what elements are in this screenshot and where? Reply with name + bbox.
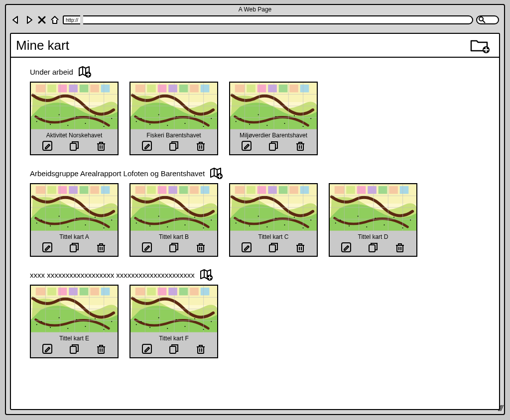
resize-grip-icon[interactable]: ///: [499, 404, 502, 413]
copy-button[interactable]: [168, 140, 179, 151]
stop-button[interactable]: [37, 15, 47, 25]
window-title: A Web Page: [6, 5, 504, 14]
back-button[interactable]: [11, 15, 21, 25]
card-actions: [31, 241, 118, 256]
section-title: xxxx xxxxxxxxxxxxxxxxxx xxxxxxxxxxxxxxxx…: [30, 271, 195, 279]
map-card-title: Tittel kart E: [31, 333, 118, 342]
copy-button[interactable]: [368, 242, 379, 253]
svg-point-24: [479, 17, 483, 21]
map-card-title: Tittel kart C: [230, 232, 317, 241]
map-card-title: Tittel kart D: [330, 232, 416, 241]
edit-button[interactable]: [241, 242, 252, 253]
content-area: Under arbeid Aktivitet Norskehavet Fiske…: [11, 58, 499, 375]
card-row: Aktivitet Norskehavet Fiskeri Barentshav…: [30, 82, 494, 155]
edit-button[interactable]: [341, 242, 352, 253]
card-actions: [230, 139, 317, 154]
map-thumbnail[interactable]: [130, 286, 217, 333]
map-card-title: Miljøverdier Barentshavet: [230, 130, 317, 139]
edit-button[interactable]: [42, 343, 53, 354]
section-header: Under arbeid: [30, 66, 494, 78]
map-thumbnail[interactable]: [31, 83, 118, 130]
search-button[interactable]: [476, 15, 499, 24]
browser-toolbar: http://: [6, 14, 504, 28]
map-card[interactable]: Tittel kart E: [30, 285, 119, 358]
delete-button[interactable]: [394, 242, 405, 253]
url-scheme-label: http://: [63, 15, 80, 24]
copy-button[interactable]: [268, 242, 279, 253]
delete-button[interactable]: [96, 343, 107, 354]
map-thumbnail[interactable]: [330, 184, 416, 232]
add-map-button[interactable]: [210, 167, 223, 179]
map-card-title: Tittel kart F: [130, 333, 217, 342]
card-actions: [31, 342, 118, 357]
map-card[interactable]: Tittel kart B: [129, 183, 218, 257]
card-actions: [130, 241, 217, 256]
map-card-title: Aktivitet Norskehavet: [31, 130, 118, 139]
add-map-button[interactable]: [78, 66, 91, 78]
copy-button[interactable]: [268, 140, 279, 151]
delete-button[interactable]: [195, 343, 206, 354]
new-folder-button[interactable]: [469, 37, 491, 54]
section-header: Arbeidsgruppe Arealrapport Lofoten og Ba…: [30, 167, 494, 179]
delete-button[interactable]: [96, 242, 107, 253]
map-card-title: Tittel kart B: [130, 232, 217, 241]
card-row: Tittel kart E Tittel kart F: [30, 285, 494, 358]
forward-button[interactable]: [24, 15, 34, 25]
card-actions: [31, 139, 118, 154]
map-thumbnail[interactable]: [31, 184, 118, 232]
map-thumbnail[interactable]: [31, 286, 118, 333]
map-thumbnail[interactable]: [130, 184, 217, 232]
home-button[interactable]: [50, 15, 60, 25]
map-card[interactable]: Tittel kart F: [129, 285, 218, 358]
map-card[interactable]: Fiskeri Barentshavet: [129, 82, 218, 155]
delete-button[interactable]: [96, 140, 107, 151]
map-card[interactable]: Miljøverdier Barentshavet: [229, 82, 318, 155]
copy-button[interactable]: [69, 343, 80, 354]
edit-button[interactable]: [241, 140, 252, 151]
map-thumbnail[interactable]: [230, 83, 317, 130]
delete-button[interactable]: [195, 140, 206, 151]
edit-button[interactable]: [141, 140, 152, 151]
card-actions: [130, 139, 217, 154]
map-card[interactable]: Aktivitet Norskehavet: [30, 82, 119, 155]
map-card[interactable]: Tittel kart A: [30, 183, 119, 257]
page-title: Mine kart: [16, 38, 69, 53]
map-card-title: Tittel kart A: [31, 232, 118, 241]
map-thumbnail[interactable]: [130, 83, 217, 130]
copy-button[interactable]: [168, 242, 179, 253]
delete-button[interactable]: [295, 140, 306, 151]
map-card-title: Fiskeri Barentshavet: [130, 130, 217, 139]
map-thumbnail[interactable]: [230, 184, 317, 232]
edit-button[interactable]: [141, 343, 152, 354]
page-viewport: Mine kart Under arbeid Aktivitet Norskeh…: [10, 33, 500, 410]
browser-frame: A Web Page http:// Mine kart Under arbei…: [5, 4, 505, 415]
card-actions: [230, 241, 317, 256]
page-header: Mine kart: [11, 34, 499, 58]
delete-button[interactable]: [195, 242, 206, 253]
section-title: Arbeidsgruppe Arealrapport Lofoten og Ba…: [30, 169, 205, 178]
edit-button[interactable]: [42, 140, 53, 151]
map-card[interactable]: Tittel kart D: [329, 183, 417, 257]
copy-button[interactable]: [69, 242, 80, 253]
add-map-button[interactable]: [200, 269, 213, 281]
copy-button[interactable]: [69, 140, 80, 151]
card-actions: [330, 241, 416, 256]
copy-button[interactable]: [168, 343, 179, 354]
map-card[interactable]: Tittel kart C: [229, 183, 318, 257]
edit-button[interactable]: [42, 242, 53, 253]
section-header: xxxx xxxxxxxxxxxxxxxxxx xxxxxxxxxxxxxxxx…: [30, 269, 494, 281]
url-input[interactable]: [83, 15, 473, 24]
card-row: Tittel kart A Tittel kart B Tittel kart …: [30, 183, 494, 257]
delete-button[interactable]: [295, 242, 306, 253]
card-actions: [130, 342, 217, 357]
edit-button[interactable]: [141, 242, 152, 253]
section-title: Under arbeid: [30, 68, 73, 76]
